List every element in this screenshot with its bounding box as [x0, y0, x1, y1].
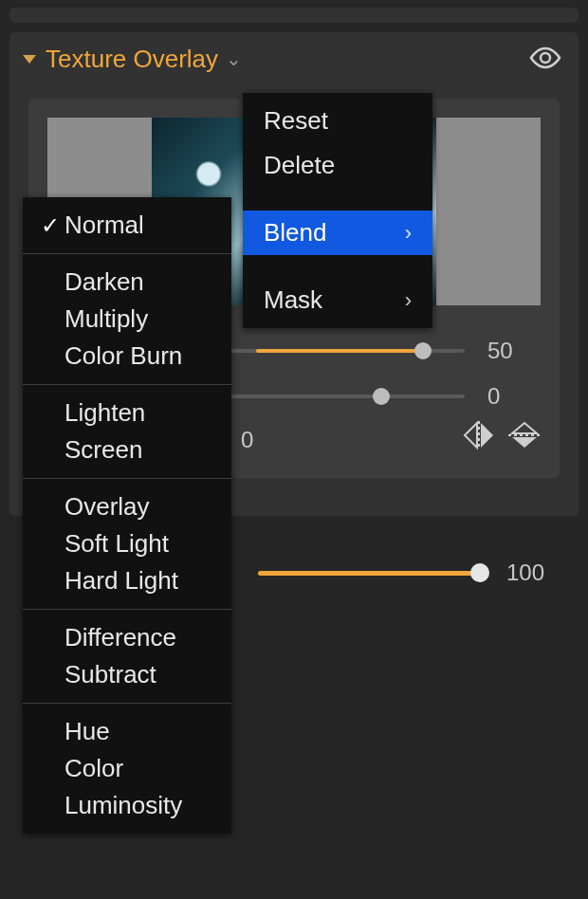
opacity-slider-thumb[interactable]: [470, 563, 489, 582]
menu-separator: [23, 609, 231, 610]
menu-item-delete[interactable]: Delete: [243, 143, 432, 188]
blend-mode-color-burn[interactable]: Color Burn: [23, 338, 231, 375]
blend-mode-color[interactable]: Color: [23, 750, 231, 787]
menu-item-mask-label: Mask: [264, 285, 322, 315]
blend-mode-label: Overlay: [64, 492, 218, 522]
blend-mode-label: Difference: [64, 623, 218, 652]
menu-item-blend[interactable]: Blend ›: [243, 211, 432, 255]
blend-mode-label: Subtract: [64, 660, 218, 689]
blend-mode-label: Normal: [64, 211, 218, 240]
blend-mode-label: Luminosity: [64, 791, 218, 820]
panel-title: Texture Overlay: [46, 45, 218, 74]
menu-separator: [23, 384, 231, 385]
menu-item-mask[interactable]: Mask ›: [243, 278, 432, 322]
blend-mode-label: Darken: [64, 267, 218, 297]
opacity-value: 100: [506, 560, 544, 586]
collapse-triangle-icon[interactable]: [23, 55, 36, 64]
flip-icons-group: [463, 421, 541, 450]
blend-mode-label: Color Burn: [64, 341, 218, 371]
blend-mode-luminosity[interactable]: Luminosity: [23, 787, 231, 824]
blend-mode-lighten[interactable]: Lighten: [23, 394, 231, 431]
slider-1-thumb[interactable]: [414, 342, 432, 359]
collapsed-panel-above: [9, 8, 579, 23]
blend-mode-label: Multiply: [64, 304, 218, 334]
panel-menu-chevron-icon[interactable]: ⌄: [226, 47, 242, 70]
checkmark-icon: ✓: [36, 212, 64, 239]
opacity-slider-track[interactable]: [258, 571, 487, 576]
panel-header[interactable]: Texture Overlay ⌄: [9, 32, 579, 85]
blend-mode-label: Color: [64, 754, 218, 783]
visibility-eye-icon[interactable]: [529, 46, 561, 70]
blend-mode-darken[interactable]: Darken: [23, 264, 231, 301]
blend-mode-label: Soft Light: [64, 529, 218, 559]
menu-separator: [23, 478, 231, 479]
menu-item-delete-label: Delete: [264, 151, 335, 180]
blend-mode-normal[interactable]: ✓Normal: [23, 207, 231, 244]
blend-mode-hard-light[interactable]: Hard Light: [23, 562, 231, 599]
blend-mode-hue[interactable]: Hue: [23, 713, 231, 750]
svg-point-0: [541, 53, 550, 63]
menu-separator: [23, 253, 231, 254]
blend-mode-multiply[interactable]: Multiply: [23, 301, 231, 338]
blend-mode-label: Screen: [64, 435, 218, 465]
flip-vertical-icon[interactable]: [508, 421, 541, 450]
panel-context-menu: Reset Delete Blend › Mask ›: [243, 93, 432, 328]
menu-separator: [243, 255, 432, 278]
flip-horizontal-icon[interactable]: [463, 421, 495, 450]
blend-mode-label: Hard Light: [64, 566, 218, 596]
submenu-arrow-icon: ›: [405, 288, 412, 313]
menu-item-reset[interactable]: Reset: [243, 99, 432, 143]
blend-mode-label: Hue: [64, 717, 218, 746]
menu-separator: [23, 703, 231, 704]
slider-1-value: 50: [487, 338, 541, 364]
opacity-slider-row: 100: [258, 560, 544, 586]
blend-mode-subtract[interactable]: Subtract: [23, 656, 231, 693]
blend-mode-screen[interactable]: Screen: [23, 431, 231, 468]
menu-item-blend-label: Blend: [264, 218, 327, 248]
slider-1-fill: [256, 349, 423, 353]
blend-mode-submenu: ✓NormalDarkenMultiplyColor BurnLightenSc…: [23, 197, 231, 834]
angle-zero-label: 0: [241, 427, 253, 453]
blend-mode-label: Lighten: [64, 398, 218, 428]
menu-item-reset-label: Reset: [264, 106, 328, 136]
blend-mode-difference[interactable]: Difference: [23, 619, 231, 656]
slider-2-value: 0: [487, 383, 541, 410]
texture-thumbnail-next[interactable]: [436, 118, 541, 305]
blend-mode-soft-light[interactable]: Soft Light: [23, 525, 231, 562]
submenu-arrow-icon: ›: [405, 221, 412, 246]
slider-2-thumb[interactable]: [373, 388, 390, 405]
blend-mode-overlay[interactable]: Overlay: [23, 488, 231, 525]
menu-separator: [243, 188, 432, 211]
